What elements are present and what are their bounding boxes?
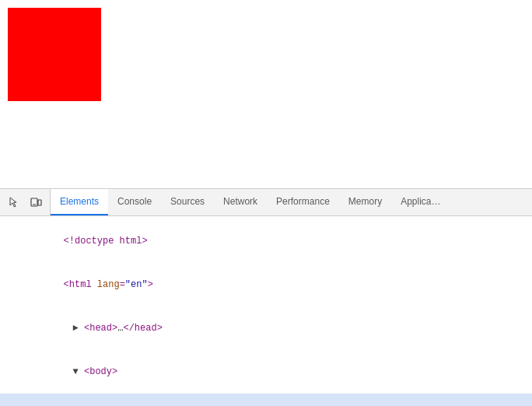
- tab-console[interactable]: Console: [108, 189, 161, 215]
- toolbar-icons: [0, 189, 51, 215]
- code-line-body-open[interactable]: ▼ <body>: [0, 350, 532, 394]
- code-line-doctype: <!doctype html>: [0, 219, 532, 263]
- tab-application[interactable]: Applica…: [391, 189, 450, 215]
- device-toggle-button[interactable]: [26, 193, 45, 212]
- devtools-toolbar: Elements Console Sources Network Perform…: [0, 189, 532, 216]
- devtools-tabs: Elements Console Sources Network Perform…: [51, 189, 450, 215]
- code-line-html: <html lang="en">: [0, 263, 532, 306]
- svg-rect-1: [38, 200, 41, 205]
- devtools-panel: Elements Console Sources Network Perform…: [0, 188, 532, 406]
- tab-sources[interactable]: Sources: [161, 189, 214, 215]
- inspect-element-button[interactable]: [5, 193, 23, 212]
- head-expand-arrow[interactable]: ►: [73, 323, 84, 334]
- tab-performance[interactable]: Performance: [267, 189, 339, 215]
- tab-elements[interactable]: Elements: [51, 189, 108, 215]
- tab-network[interactable]: Network: [214, 189, 267, 215]
- body-expand-arrow[interactable]: ▼: [73, 366, 84, 377]
- elements-panel[interactable]: <!doctype html> <html lang="en"> ► <head…: [0, 216, 532, 406]
- browser-viewport: [0, 0, 532, 188]
- code-line-div-selected[interactable]: ... <div draggable="false"></div> == $0: [0, 394, 532, 406]
- red-rectangle: [8, 8, 101, 101]
- code-line-head[interactable]: ► <head>…</head>: [0, 306, 532, 350]
- tab-memory[interactable]: Memory: [339, 189, 391, 215]
